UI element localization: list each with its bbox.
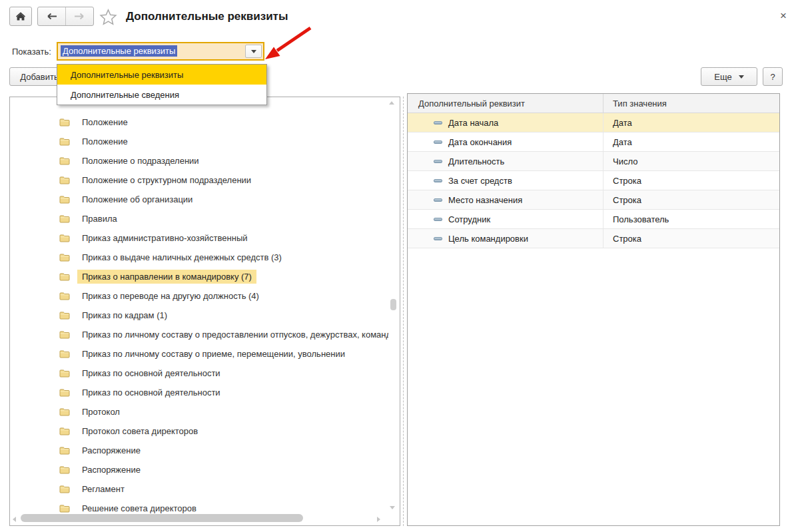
- show-filter-combobox[interactable]: Дополнительные реквизиты: [57, 42, 264, 61]
- help-button-label: ?: [770, 72, 775, 82]
- folder-icon: [59, 292, 70, 300]
- more-button-label: Еще: [714, 72, 731, 82]
- folder-icon: [59, 156, 70, 165]
- folder-icon: [59, 311, 70, 320]
- attribute-name: За счет средств: [448, 176, 512, 186]
- tree-item[interactable]: Приказ административно-хозяйственный: [10, 228, 400, 248]
- home-button[interactable]: [9, 7, 32, 26]
- attribute-name: Дата начала: [448, 118, 498, 128]
- attribute-name: Дата окончания: [448, 137, 512, 147]
- tree-item[interactable]: Приказ по основной деятельности: [10, 364, 400, 383]
- scroll-right-icon[interactable]: [377, 517, 380, 522]
- combobox-drop-button[interactable]: [245, 45, 262, 58]
- tree-item[interactable]: Приказ по личному составу о предоставлен…: [10, 325, 400, 344]
- add-button-label: Добавить: [20, 72, 58, 82]
- table-row[interactable]: Дата окончанияДата: [408, 133, 779, 152]
- tree-item-label: Приказ по личному составу о предоставлен…: [77, 328, 396, 342]
- table-row[interactable]: Место назначенияСтрока: [408, 190, 779, 210]
- folder-icon: [59, 214, 70, 223]
- dropdown-option[interactable]: Дополнительные сведения: [57, 85, 266, 105]
- attribute-cell: За счет средств: [408, 171, 603, 190]
- tree-item[interactable]: Приказ по кадрам (1): [10, 306, 400, 325]
- forward-button[interactable]: [66, 7, 93, 25]
- folder-icon: [59, 369, 70, 378]
- tree-item[interactable]: Положение о структурном подразделении: [10, 170, 400, 190]
- folder-icon: [59, 407, 70, 416]
- attribute-icon: [434, 121, 442, 125]
- tree-item-label: Положение: [77, 115, 133, 129]
- scroll-up-icon[interactable]: [389, 101, 394, 105]
- combobox-selected-text: Дополнительные реквизиты: [61, 45, 177, 57]
- folder-icon: [59, 388, 70, 397]
- tree-item-label: Приказ по основной деятельности: [77, 386, 225, 399]
- table-row[interactable]: СотрудникПользователь: [408, 210, 779, 229]
- tree-item-label: Положение: [77, 134, 133, 148]
- tree-item[interactable]: Положение о подразделении: [10, 151, 400, 170]
- attribute-cell: Место назначения: [408, 190, 603, 209]
- tree-item[interactable]: Регламент: [10, 479, 400, 499]
- value-type-cell: Пользователь: [603, 210, 779, 228]
- tree-item-label: Приказ административно-хозяйственный: [77, 231, 252, 245]
- more-button[interactable]: Еще: [701, 67, 757, 86]
- tree-item-label: Приказ по кадрам (1): [77, 308, 172, 322]
- tree-item-label: Положение о подразделении: [77, 154, 204, 168]
- scroll-left-icon[interactable]: [13, 517, 16, 522]
- tree-item-label: Приказ о выдаче наличных денежных средст…: [77, 250, 286, 264]
- tree-item[interactable]: Приказ о выдаче наличных денежных средст…: [10, 248, 400, 267]
- help-button[interactable]: ?: [763, 67, 783, 86]
- attribute-name: Сотрудник: [448, 214, 490, 224]
- show-filter-dropdown-list: Дополнительные реквизитыДополнительные с…: [57, 64, 267, 105]
- attribute-name: Длительность: [448, 156, 504, 166]
- attribute-name: Место назначения: [448, 195, 522, 205]
- tree-item[interactable]: Приказ о направлении в командировку (7): [10, 267, 400, 286]
- table-header-row: Дополнительный реквизит Тип значения: [408, 94, 779, 113]
- value-type-cell: Строка: [603, 229, 779, 248]
- folder-icon: [59, 504, 70, 513]
- tree-item[interactable]: Приказ о переводе на другую должность (4…: [10, 286, 400, 306]
- tree-item-label: Положение об организации: [77, 192, 197, 206]
- table-row[interactable]: ДлительностьЧисло: [408, 152, 779, 171]
- value-type-cell: Строка: [603, 171, 779, 190]
- document-kinds-panel: ПоложениеПоложениеПоложение о подразделе…: [9, 97, 400, 526]
- tree-item-label: Приказ по личному составу о приеме, пере…: [77, 347, 350, 361]
- tree-item[interactable]: Протокол: [10, 402, 400, 421]
- folder-icon: [59, 195, 70, 204]
- favorite-button[interactable]: [99, 8, 117, 28]
- horizontal-scrollbar-thumb[interactable]: [21, 514, 303, 522]
- additional-attributes-window: Дополнительные реквизиты × Показать: Доп…: [0, 0, 794, 532]
- attribute-name: Цель командировки: [448, 234, 528, 244]
- column-header-attribute[interactable]: Дополнительный реквизит: [408, 94, 603, 113]
- tree-item[interactable]: Положение об организации: [10, 190, 400, 209]
- tree-item[interactable]: Положение: [10, 132, 400, 151]
- tree-item[interactable]: Распоряжение: [10, 441, 400, 460]
- panel-splitter[interactable]: [403, 97, 404, 526]
- folder-icon: [59, 465, 70, 474]
- attribute-icon: [434, 179, 442, 182]
- tree-item[interactable]: Приказ по личному составу о приеме, пере…: [10, 344, 400, 364]
- table-row[interactable]: За счет средствСтрока: [408, 171, 779, 190]
- table-row[interactable]: Дата началаДата: [408, 113, 779, 133]
- scroll-down-icon[interactable]: [390, 506, 395, 509]
- folder-icon: [59, 272, 70, 281]
- tree-item[interactable]: Положение: [10, 113, 400, 132]
- attribute-cell: Дата окончания: [408, 133, 603, 151]
- star-icon: [99, 8, 117, 26]
- close-icon[interactable]: ×: [777, 9, 790, 23]
- tree-item[interactable]: Распоряжение: [10, 460, 400, 479]
- tree-item[interactable]: Протокол совета директоров: [10, 421, 400, 441]
- attribute-cell: Дата начала: [408, 113, 603, 132]
- folder-icon: [59, 485, 70, 493]
- tree-item-label: Распоряжение: [77, 463, 145, 477]
- tree-item-label: Регламент: [77, 482, 129, 496]
- back-icon: [46, 13, 57, 20]
- tree-item-label: Распоряжение: [77, 443, 145, 457]
- dropdown-option[interactable]: Дополнительные реквизиты: [57, 65, 266, 85]
- table-row[interactable]: Цель командировкиСтрока: [408, 229, 779, 248]
- column-header-value-type[interactable]: Тип значения: [603, 94, 779, 113]
- tree-item[interactable]: Правила: [10, 209, 400, 228]
- tree-item[interactable]: Приказ по основной деятельности: [10, 383, 400, 402]
- folder-icon: [59, 118, 70, 127]
- tree-item-label: Приказ о переводе на другую должность (4…: [77, 289, 264, 303]
- back-button[interactable]: [38, 7, 66, 25]
- vertical-scrollbar-thumb[interactable]: [390, 299, 396, 310]
